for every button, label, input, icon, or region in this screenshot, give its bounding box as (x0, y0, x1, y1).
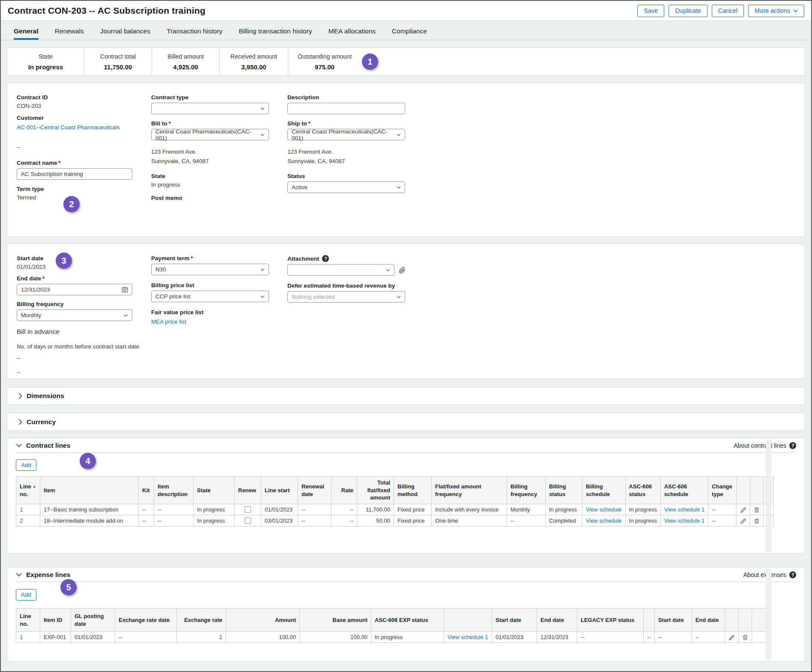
column-header[interactable]: Amount (226, 609, 300, 632)
cell-link[interactable]: View schedule 1 (664, 506, 705, 513)
empty-dash: -- (17, 355, 151, 361)
currency-section[interactable]: Currency (7, 413, 805, 431)
edit-icon[interactable] (728, 634, 735, 641)
contract-type-select[interactable] (151, 103, 269, 114)
column-header[interactable]: End date (692, 609, 725, 632)
more-actions-button[interactable]: More actions (748, 5, 804, 17)
column-header[interactable]: Start date (492, 609, 537, 632)
column-header[interactable]: ASC-606 status (625, 477, 660, 504)
ship-to-select[interactable]: Central Coast Pharmaceuticals(CAC-001) (287, 129, 405, 140)
column-header[interactable]: Billing method (394, 477, 432, 504)
payment-term-select[interactable]: N30 (151, 264, 269, 275)
start-date-value: 01/01/2023 (17, 264, 151, 270)
tab-general[interactable]: General (14, 27, 39, 40)
attachment-select[interactable] (287, 264, 394, 276)
summary-label: Received amount (230, 53, 277, 60)
column-header[interactable]: Line ▲no. (16, 477, 40, 504)
delete-icon[interactable] (742, 634, 748, 641)
column-header[interactable]: Flat/fixed amount frequency (432, 477, 507, 504)
cell-link[interactable]: 1 (20, 506, 23, 513)
chevron-down-icon (260, 134, 265, 136)
column-header[interactable]: Renew (235, 477, 261, 504)
renew-checkbox[interactable] (245, 506, 251, 513)
add-contract-line-button[interactable]: Add (16, 459, 36, 471)
column-header[interactable]: Item ID (40, 609, 71, 632)
billing-price-list-select[interactable]: CCP price list (151, 291, 269, 302)
mea-price-list-link[interactable]: MEA price list (151, 318, 186, 325)
column-header[interactable]: Item (40, 477, 139, 504)
column-header[interactable]: Billing status (546, 477, 582, 504)
billing-frequency-select[interactable]: Monthly (17, 309, 132, 321)
end-date-label: End date* (17, 275, 151, 282)
dimensions-section[interactable]: Dimensions (7, 387, 805, 405)
column-header[interactable]: Line start (261, 477, 298, 504)
help-icon[interactable]: ? (322, 255, 329, 262)
contract-name-input[interactable] (17, 168, 132, 180)
summary-contract-total: Contract total 11,750.00 (84, 48, 152, 75)
column-header[interactable]: Rate (331, 477, 357, 504)
term-type-label: Term type (17, 186, 151, 192)
column-header[interactable]: Exchange rate (177, 609, 226, 632)
help-icon[interactable]: ? (789, 442, 796, 449)
description-input[interactable] (287, 103, 405, 114)
defer-revenue-select[interactable]: Nothing selected (287, 291, 405, 303)
column-header[interactable]: Exchange rate date (115, 609, 177, 632)
add-expense-line-button[interactable]: Add (16, 589, 36, 601)
tab-journal-balances[interactable]: Journal balances (100, 27, 150, 40)
column-header[interactable]: ASC-606 schedule (660, 477, 708, 504)
end-date-input[interactable]: 12/31/2023 (17, 284, 132, 295)
cell-link[interactable]: View schedule (586, 517, 622, 524)
cell-link[interactable]: View schedule 1 (664, 517, 705, 524)
column-header[interactable]: Total flat/fixed amount (357, 477, 394, 504)
tab-renewals[interactable]: Renewals (55, 27, 84, 40)
column-header[interactable]: Base amount (300, 609, 371, 632)
tab-billing-transaction-history[interactable]: Billing transaction history (239, 27, 312, 40)
about-expenses-link[interactable]: About expenses (743, 571, 786, 578)
summary-state: State In progress (7, 48, 84, 75)
cell-link[interactable]: 2 (20, 517, 23, 524)
paperclip-icon[interactable] (398, 266, 406, 274)
column-header[interactable]: Item description (154, 477, 194, 504)
column-header[interactable]: Billing schedule (582, 477, 626, 504)
about-contract-lines-link[interactable]: About contract lines (734, 442, 786, 449)
column-header[interactable]: Billing frequency (507, 477, 546, 504)
tab-compliance[interactable]: Compliance (392, 27, 427, 40)
tab-transaction-history[interactable]: Transaction history (167, 27, 222, 40)
save-button[interactable]: Save (637, 5, 664, 17)
contract-lines-collapse-toggle[interactable]: Contract lines (16, 442, 70, 449)
renew-checkbox[interactable] (245, 517, 251, 524)
chevron-down-icon (16, 443, 22, 447)
trash-cell (750, 515, 764, 526)
defer-revenue-label: Defer estimated time-based revenue by (287, 282, 805, 289)
column-header[interactable]: LEGACY EXP status (577, 609, 644, 632)
cancel-button[interactable]: Cancel (712, 5, 744, 17)
table-vertical-scrollbar[interactable] (766, 569, 771, 660)
column-header[interactable]: Change type (708, 477, 737, 504)
cell: -- (139, 504, 154, 515)
table-vertical-scrollbar[interactable] (766, 440, 771, 552)
delete-icon[interactable] (754, 518, 760, 524)
column-header[interactable]: GL posting date (71, 609, 115, 632)
cell-link[interactable]: View schedule (586, 506, 622, 513)
duplicate-button[interactable]: Duplicate (669, 5, 707, 17)
edit-icon[interactable] (740, 518, 746, 524)
bill-to-select[interactable]: Central Coast Pharmaceuticals(CAC-001) (151, 129, 269, 140)
column-header[interactable]: Start date (654, 609, 692, 632)
edit-icon[interactable] (740, 507, 746, 513)
cell: -- (298, 504, 331, 515)
help-icon[interactable]: ? (789, 571, 796, 578)
delete-icon[interactable] (754, 507, 760, 513)
customer-link[interactable]: AC-001--Central Coast Pharmaceuticals (17, 124, 120, 131)
tab-mea-allocations[interactable]: MEA allocations (328, 27, 376, 40)
cell-link[interactable]: 1 (20, 634, 23, 640)
status-select[interactable]: Active (287, 181, 405, 193)
calendar-icon[interactable] (122, 286, 128, 293)
cell-link[interactable]: View schedule 1 (448, 634, 488, 640)
column-header[interactable]: State (194, 477, 235, 504)
column-header[interactable]: Kit (139, 477, 154, 504)
column-header[interactable]: Line no. (16, 609, 40, 632)
column-header[interactable]: ASC-606 EXP status (371, 609, 444, 632)
column-header[interactable]: End date (537, 609, 577, 632)
column-header[interactable]: Renewal date (298, 477, 331, 504)
expense-lines-collapse-toggle[interactable]: Expense lines (16, 571, 70, 579)
